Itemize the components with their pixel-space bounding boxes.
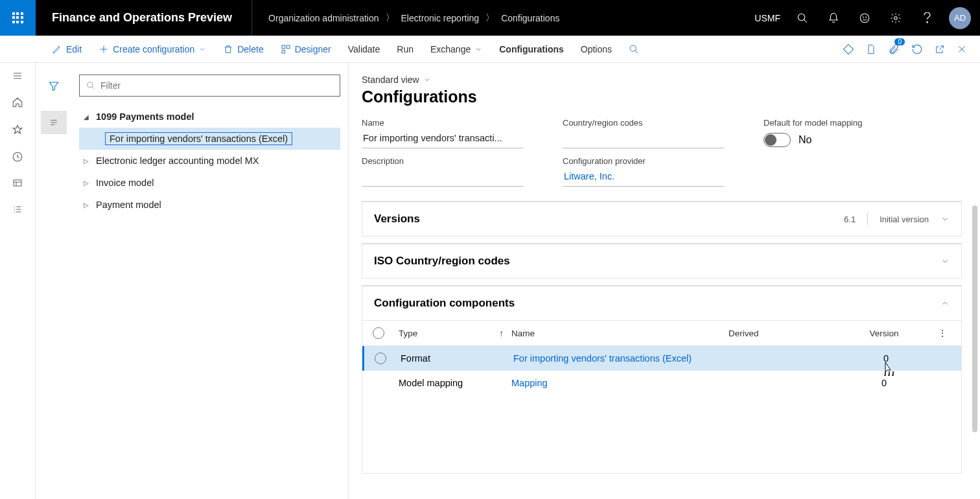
edit-button[interactable]: Edit [43,36,90,63]
svg-point-5 [894,16,898,19]
tree-item-label: Payment model [96,200,161,210]
chevron-down-icon [474,45,482,53]
versions-number: 6.1 [844,215,856,224]
breadcrumb: Organization administration 〉 Electronic… [251,0,559,36]
tree-item-selected[interactable]: For importing vendors' transactions (Exc… [79,128,340,150]
row-name-link[interactable]: Mapping [511,378,729,388]
row-type: Format [397,353,513,364]
waffle-icon [12,12,24,24]
delete-button[interactable]: Delete [215,36,272,63]
diamond-icon[interactable] [843,43,854,55]
filter-input[interactable] [79,75,340,97]
validate-button[interactable]: Validate [340,36,389,63]
chevron-down-icon [423,76,431,84]
filter-rail [36,63,71,499]
designer-label: Designer [295,44,331,54]
popout-icon[interactable] [935,44,945,54]
table-row[interactable]: Format For importing vendors' transactio… [362,346,961,371]
column-header-version[interactable]: Version [839,329,929,338]
run-button[interactable]: Run [388,36,422,63]
home-icon[interactable] [12,97,23,108]
svg-line-1 [804,19,807,23]
list-icon[interactable] [41,111,67,134]
search-icon[interactable] [793,9,811,27]
recent-icon[interactable] [12,151,23,163]
chevron-up-icon [940,299,950,308]
select-all-checkbox[interactable] [373,327,384,339]
field-label: Configuration provider [563,156,725,166]
filter-field[interactable] [100,80,333,91]
svg-rect-10 [286,45,290,49]
create-label: Create configuration [113,44,194,54]
provider-link[interactable]: Litware, Inc. [563,166,725,187]
breadcrumb-item[interactable]: Electronic reporting [401,13,480,23]
avatar[interactable]: AD [949,7,971,29]
view-selector[interactable]: Standard view [362,75,962,85]
column-header-derived[interactable]: Derived [729,329,839,338]
default-mapping-toggle[interactable] [764,133,791,147]
country-field[interactable] [563,128,725,148]
versions-section-header[interactable]: Versions 6.1 Initial version [362,202,961,236]
help-icon[interactable] [918,9,936,27]
left-icon-rail [0,63,36,499]
company-code[interactable]: USMF [754,13,780,23]
designer-button[interactable]: Designer [272,36,340,63]
svg-point-0 [798,14,805,21]
name-field[interactable]: For importing vendors' transacti... [362,128,524,148]
chevron-down-icon [940,257,950,266]
cursor-icon [880,361,896,378]
breadcrumb-item[interactable]: Configurations [501,13,559,23]
svg-line-13 [635,51,638,53]
svg-point-2 [860,14,869,23]
funnel-icon[interactable] [41,75,67,98]
caret-down-icon: ◢ [83,113,89,121]
caret-right-icon: ▷ [83,180,89,187]
create-configuration-button[interactable]: Create configuration [90,36,215,63]
caret-right-icon: ▷ [83,157,89,165]
description-field[interactable] [362,166,524,187]
gear-icon[interactable] [887,9,905,27]
breadcrumb-item[interactable]: Organization administration [268,13,379,23]
search-icon [629,44,639,54]
column-header-name[interactable]: Name [511,329,729,338]
hamburger-icon[interactable] [12,71,23,81]
svg-rect-20 [14,180,21,186]
options-button[interactable]: Options [572,36,620,63]
attachments-badge: 0 [894,38,905,45]
workspace-icon[interactable] [12,178,23,189]
bell-icon[interactable] [824,9,843,27]
sort-asc-icon: ↑ [499,329,504,338]
field-label: Country/region codes [563,118,725,128]
toggle-value: No [799,134,811,146]
smile-icon[interactable] [856,9,874,27]
svg-point-3 [863,17,863,17]
tree-item[interactable]: ▷ Payment model [79,194,340,216]
app-launcher[interactable] [0,0,36,36]
iso-section-header[interactable]: ISO Country/region codes [362,244,961,278]
configurations-tab[interactable]: Configurations [491,36,572,63]
modules-icon[interactable] [12,204,23,215]
row-checkbox[interactable] [375,353,386,364]
exchange-button[interactable]: Exchange [422,36,491,63]
column-header-type[interactable]: Type ↑ [395,329,511,338]
attachments-button[interactable]: 0 [888,43,900,55]
tree-item[interactable]: ▷ Invoice model [79,172,340,194]
find-button[interactable] [620,36,648,63]
star-icon[interactable] [12,124,23,135]
field-label: Description [362,156,524,166]
tree-root[interactable]: ◢ 1099 Payments model [79,106,340,128]
table-row[interactable]: Model mapping Mapping 0 [362,371,961,395]
row-name-link[interactable]: For importing vendors' transactions (Exc… [513,353,730,364]
more-columns-icon[interactable]: ⋮ [929,328,955,338]
tree-item[interactable]: ▷ Electronic ledger accounting model MX [79,150,340,172]
row-type: Model mapping [395,378,511,388]
page-icon[interactable] [866,43,876,55]
scrollbar[interactable] [972,205,977,432]
page-title: Configurations [362,87,962,106]
refresh-icon[interactable] [911,43,923,55]
components-section-header[interactable]: Configuration components [362,286,961,320]
field-label: Name [362,118,524,128]
row-version: 0 [839,378,929,388]
chevron-down-icon [198,45,206,53]
close-icon[interactable] [957,44,967,54]
